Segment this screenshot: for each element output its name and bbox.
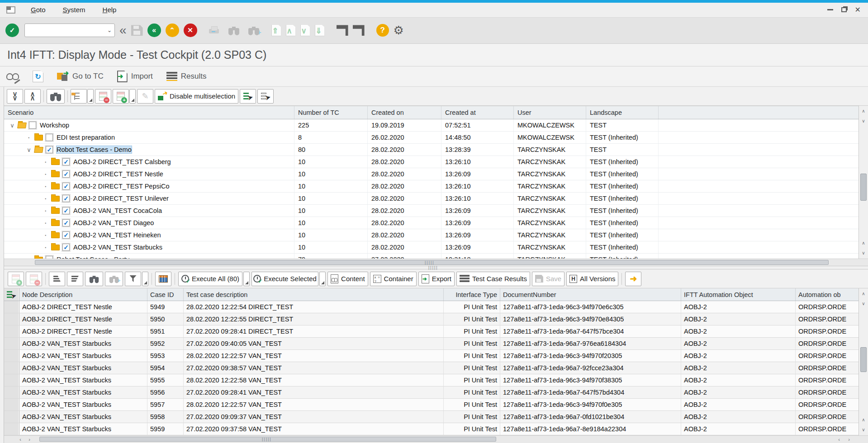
sort-ascending-button[interactable] [49, 272, 65, 286]
maximize-icon[interactable] [841, 7, 847, 12]
collapse-node-icon[interactable]: ∨ [9, 122, 16, 129]
scenario-label[interactable]: AOBJ-2 VAN_TEST CocaCola [73, 207, 162, 214]
scenario-checkbox[interactable]: ✓ [62, 207, 70, 214]
tree-scroll-down2-icon[interactable]: ∨ [860, 250, 867, 257]
scenario-checkbox[interactable]: ✓ [62, 183, 70, 190]
row-selector-cell[interactable] [4, 411, 19, 423]
table-column-header[interactable]: DocumentNumber [500, 288, 681, 301]
tree-row[interactable]: ∨✓Robot Test Cases - Demo8028.02.202013:… [4, 144, 859, 156]
table-row[interactable]: AOBJ-2 VAN_TEST Starbucks595827.02.2020 … [4, 411, 859, 423]
menu-help[interactable]: Help [97, 4, 122, 15]
tree-scroll-up-icon[interactable]: ∧ [860, 108, 867, 115]
table-hscroll-grip[interactable]: ||||| [262, 437, 272, 442]
row-selector-cell[interactable] [4, 313, 19, 325]
scenario-label[interactable]: AOBJ-2 DIRECT_TEST PepsiCo [73, 183, 169, 190]
tree-column-header[interactable]: Created at [441, 106, 514, 119]
table-column-header[interactable]: Case ID [147, 288, 184, 301]
filter-button[interactable] [125, 272, 141, 286]
table-scroll-down-icon[interactable]: ∨ [860, 300, 867, 307]
close-icon[interactable]: ✕ [855, 6, 861, 14]
refresh-button[interactable]: ↻ [33, 71, 43, 82]
scenario-label[interactable]: Workshop [40, 122, 69, 129]
table-column-header[interactable]: IFTT Automation Object [681, 288, 796, 301]
select-all-button[interactable]: ➤ [240, 89, 256, 104]
tree-scroll-up2-icon[interactable]: ∧ [860, 240, 867, 247]
scenario-label[interactable]: AOBJ-2 DIRECT_TEST Nestle [73, 170, 163, 178]
collapse-all-button[interactable]: ∧∧ [24, 89, 41, 104]
command-field[interactable] [28, 27, 107, 34]
deselect-all-button[interactable]: ➤ [257, 89, 274, 104]
tree-column-header[interactable]: Created on [368, 106, 441, 119]
tree-row[interactable]: ▪✓AOBJ-2 DIRECT_TEST PepsiCo1028.02.2020… [4, 180, 859, 193]
create-shortcut-icon[interactable]: ★ [337, 25, 348, 36]
disable-multiselection-button[interactable]: Disable multiselection [155, 89, 238, 104]
filter-dropdown[interactable] [142, 272, 148, 286]
table-horizontal-scrollbar[interactable]: ‹ › ||||| ‹ › [4, 435, 868, 443]
tree-column-header[interactable]: Landscape [586, 106, 659, 119]
back-button[interactable]: « [147, 24, 161, 37]
table-hscroll-left-icon[interactable]: ‹ [17, 436, 24, 443]
row-selector-cell[interactable] [4, 423, 19, 435]
tree-row[interactable]: ▪✓AOBJ-2 VAN_TEST Heineken1028.02.202013… [4, 229, 859, 241]
scenario-label[interactable]: AOBJ-2 DIRECT_TEST Unilever [73, 195, 169, 202]
tree-row[interactable]: ▪✓AOBJ-2 VAN_TEST Diageo1028.02.202013:2… [4, 217, 859, 229]
insert-row-dropdown[interactable] [129, 89, 136, 104]
help-button[interactable]: ? [376, 24, 389, 37]
tree-horizontal-scrollbar[interactable]: ||||| [4, 259, 868, 266]
execute-selected-dropdown[interactable] [319, 272, 326, 286]
tree-row[interactable]: ▪EDI test preparation826.02.202014:48:50… [4, 132, 859, 144]
row-selector-cell[interactable] [4, 350, 19, 362]
tree-hscroll-grip[interactable]: ||||| [425, 260, 435, 265]
table-column-header[interactable]: Node Description [19, 288, 147, 301]
command-field-dropdown-icon[interactable]: ⌄ [107, 27, 112, 33]
tree-scroll-thumb[interactable] [860, 174, 867, 201]
scenario-label[interactable]: AOBJ-2 VAN_TEST Heineken [73, 231, 161, 239]
results-button[interactable]: Results [166, 72, 207, 81]
all-versions-button[interactable]: H All Versions [566, 272, 618, 286]
tree-row[interactable]: ›Robot Test Cases - Party7927.02.202010:… [4, 254, 859, 259]
display-change-button[interactable] [6, 71, 19, 81]
scenario-label[interactable]: EDI test preparation [57, 134, 115, 141]
row-selector-cell[interactable] [4, 325, 19, 337]
scenario-label[interactable]: Robot Test Cases - Demo [57, 146, 132, 153]
table-hscroll-left2-icon[interactable]: ‹ [835, 436, 843, 443]
execute-all-button[interactable]: Execute All (80) [178, 272, 242, 286]
table-view-button[interactable] [155, 272, 171, 286]
table-column-header[interactable]: Automation ob [796, 288, 859, 301]
table-row[interactable]: AOBJ-2 VAN_TEST Starbucks595328.02.2020 … [4, 350, 859, 362]
row-selector-cell[interactable] [4, 338, 19, 349]
tree-column-header[interactable]: Scenario [4, 106, 294, 119]
scenario-label[interactable]: AOBJ-2 DIRECT_TEST Calsberg [73, 158, 171, 165]
selection-column-header[interactable]: ➤ [4, 288, 19, 301]
table-scroll-up2-icon[interactable]: ∧ [860, 416, 867, 424]
row-selector-cell[interactable] [4, 386, 19, 398]
scenario-checkbox[interactable]: ✓ [62, 195, 70, 202]
table-scroll-thumb[interactable] [860, 347, 867, 372]
execute-all-dropdown[interactable] [243, 272, 250, 286]
scenario-checkbox[interactable] [29, 122, 36, 129]
test-case-results-button[interactable]: Test Case Results [456, 272, 530, 286]
table-scroll-down2-icon[interactable]: ∨ [860, 426, 867, 434]
row-selector-cell[interactable] [4, 301, 19, 313]
tree-vertical-scrollbar[interactable]: ∧ ∨ ∧ ∨ [859, 106, 868, 259]
table-vertical-scrollbar[interactable]: ∧ ∨ ∧ ∨ [859, 288, 868, 435]
table-scroll-up-icon[interactable]: ∧ [860, 290, 867, 297]
scenario-label[interactable]: AOBJ-2 VAN_TEST Starbucks [73, 244, 162, 251]
table-row[interactable]: AOBJ-2 VAN_TEST Starbucks595528.02.2020 … [4, 374, 859, 386]
table-row[interactable]: AOBJ-2 VAN_TEST Starbucks595427.02.2020 … [4, 362, 859, 374]
minimize-icon[interactable] [827, 9, 833, 10]
scenario-checkbox[interactable]: ✓ [62, 219, 70, 226]
sap-system-menu-icon[interactable] [6, 6, 15, 14]
menu-goto[interactable]: Goto [25, 4, 51, 15]
table-column-header[interactable]: Interface Type [444, 288, 500, 301]
scenario-label[interactable]: AOBJ-2 VAN_TEST Diageo [73, 219, 154, 226]
table-row[interactable]: AOBJ-2 VAN_TEST Starbucks595728.02.2020 … [4, 399, 859, 411]
customize-layout-icon[interactable]: ⚙ [394, 24, 404, 36]
tree-column-header[interactable]: Number of TC [294, 106, 368, 119]
row-selector-cell[interactable] [4, 362, 19, 374]
table-row[interactable]: AOBJ-2 DIRECT_TEST Nestle594928.02.2020 … [4, 301, 859, 313]
tree-row[interactable]: ▪✓AOBJ-2 VAN_TEST Starbucks1028.02.20201… [4, 241, 859, 254]
hierarchy-dropdown[interactable] [87, 89, 94, 104]
scenario-checkbox[interactable]: ✓ [62, 158, 70, 165]
tree-row[interactable]: ▪✓AOBJ-2 VAN_TEST CocaCola1028.02.202013… [4, 205, 859, 217]
